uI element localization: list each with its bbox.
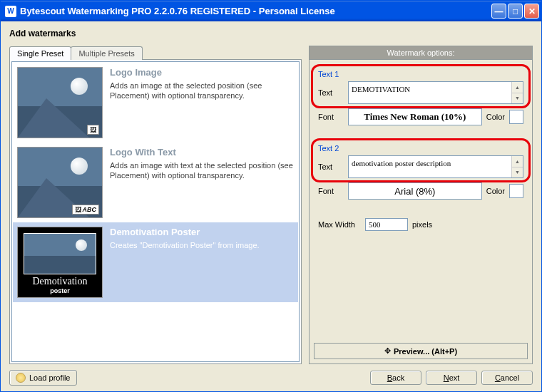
- options-panel: Watermark options: Text 1 Text DEMOTIVAT…: [309, 46, 533, 364]
- cancel-button[interactable]: Cancel: [481, 371, 533, 385]
- main-row: Single Preset Multiple Presets 🖼 Logo Im…: [9, 46, 533, 364]
- minimize-button[interactable]: —: [491, 4, 506, 19]
- preset-panel: 🖼 Logo Image Adds an image at the select…: [9, 59, 302, 364]
- maxwidth-label: Max Width: [318, 220, 361, 229]
- text2-spin: ▲ ▼: [511, 156, 523, 177]
- color1-swatch[interactable]: [509, 110, 523, 124]
- group-text2: Text 2 Text demotivation poster descript…: [314, 138, 528, 208]
- thumb-caption-2: poster: [24, 287, 96, 294]
- window-title: Bytescout Watermarking PRO 2.2.0.76 REGI…: [20, 6, 491, 16]
- load-profile-icon: [16, 373, 26, 383]
- cancel-label: ancel: [501, 373, 519, 382]
- preset-description: Logo Image Adds an image at the selected…: [110, 67, 294, 138]
- preset-item-demotivation-poster[interactable]: Demotivation poster Demotivation Poster …: [13, 222, 298, 302]
- maxwidth-input[interactable]: [365, 218, 408, 231]
- group-text1: Text 1 Text DEMOTIVATION ▲ ▼: [314, 64, 528, 134]
- text1-spin: ▲ ▼: [511, 82, 523, 103]
- color-label: Color: [486, 187, 505, 195]
- preset-text: Adds an image with text at the selected …: [110, 160, 294, 181]
- preset-item-logo-with-text[interactable]: 🖼 ABC Logo With Text Adds an image with …: [13, 143, 298, 222]
- font-label: Font: [318, 113, 344, 121]
- app-window: W Bytescout Watermarking PRO 2.2.0.76 RE…: [0, 0, 542, 392]
- preset-item-logo-image[interactable]: 🖼 Logo Image Adds an image at the select…: [13, 63, 298, 143]
- text1-input[interactable]: DEMOTIVATION: [349, 82, 511, 103]
- content-area: Add watermarks Single Preset Multiple Pr…: [1, 21, 541, 391]
- group-maxwidth: Max Width pixels: [314, 212, 528, 239]
- page-heading: Add watermarks: [9, 29, 533, 38]
- text2-input[interactable]: demotivation poster description: [349, 156, 511, 177]
- close-button[interactable]: ✕: [524, 4, 539, 19]
- preset-thumbnail: Demotivation poster: [17, 227, 103, 298]
- maximize-button[interactable]: □: [508, 4, 523, 19]
- preset-thumbnail: 🖼: [17, 67, 103, 138]
- font2-display[interactable]: Arial (8%): [348, 182, 482, 200]
- move-icon: ✥: [384, 346, 391, 356]
- spin-up-icon[interactable]: ▲: [512, 82, 523, 93]
- preset-description: Demotivation Poster Creates "Demotivatio…: [110, 227, 294, 298]
- tabs: Single Preset Multiple Presets: [9, 46, 302, 59]
- tab-single-preset[interactable]: Single Preset: [9, 46, 71, 60]
- text2-input-wrap: demotivation poster description ▲ ▼: [348, 155, 523, 178]
- maxwidth-unit: pixels: [412, 220, 432, 229]
- color-label: Color: [486, 113, 505, 121]
- titlebar[interactable]: W Bytescout Watermarking PRO 2.2.0.76 RE…: [1, 1, 541, 21]
- preset-title: Logo With Text: [110, 147, 294, 158]
- preset-title: Logo Image: [110, 67, 294, 78]
- options-header: Watermark options:: [309, 46, 533, 59]
- preset-description: Logo With Text Adds an image with text a…: [110, 147, 294, 218]
- text-label: Text: [318, 163, 344, 171]
- bottom-bar: Load profile Back Next Cancel: [9, 364, 533, 386]
- font1-display[interactable]: Times New Roman (10%): [348, 108, 482, 125]
- preset-thumbnail: 🖼 ABC: [17, 147, 103, 218]
- preset-text: Adds an image at the selected position (…: [110, 81, 294, 101]
- preview-button[interactable]: ✥ Preview... (Alt+P): [314, 343, 528, 359]
- load-profile-button[interactable]: Load profile: [9, 370, 77, 386]
- window-controls: — □ ✕: [491, 4, 539, 19]
- back-button[interactable]: Back: [370, 371, 421, 385]
- tab-multiple-presets[interactable]: Multiple Presets: [71, 46, 142, 60]
- text-label: Text: [318, 88, 344, 97]
- font-label: Font: [318, 187, 344, 195]
- group-label-text1: Text 1: [318, 70, 523, 78]
- app-icon: W: [5, 6, 16, 17]
- thumb-caption-1: Demotivation: [24, 276, 96, 287]
- spin-up-icon[interactable]: ▲: [512, 156, 523, 167]
- next-button[interactable]: Next: [426, 371, 477, 385]
- spin-down-icon[interactable]: ▼: [512, 167, 523, 178]
- text1-input-wrap: DEMOTIVATION ▲ ▼: [348, 81, 523, 104]
- group-label-text2: Text 2: [318, 144, 523, 153]
- next-label: ext: [449, 373, 460, 382]
- color2-swatch[interactable]: [509, 184, 523, 198]
- spin-down-icon[interactable]: ▼: [512, 93, 523, 104]
- image-badge-icon: 🖼: [87, 125, 99, 135]
- preset-title: Demotivation Poster: [110, 227, 294, 237]
- image-text-badge-icon: 🖼 ABC: [72, 205, 100, 215]
- preset-text: Creates "Demotivation Poster" from image…: [110, 240, 294, 250]
- back-label: ack: [392, 373, 404, 382]
- preset-list[interactable]: 🖼 Logo Image Adds an image at the select…: [11, 61, 300, 362]
- options-body: Text 1 Text DEMOTIVATION ▲ ▼: [309, 59, 533, 364]
